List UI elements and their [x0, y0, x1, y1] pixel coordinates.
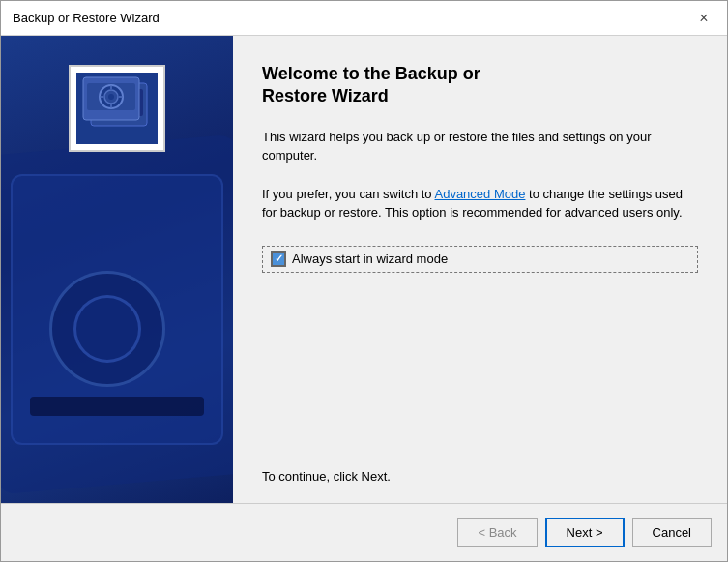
- back-button[interactable]: < Back: [457, 518, 537, 547]
- advanced-mode-link[interactable]: Advanced Mode: [434, 187, 525, 201]
- continue-text: To continue, click Next.: [262, 469, 698, 484]
- always-wizard-mode-checkbox-area[interactable]: ✓ Always start in wizard mode: [262, 246, 698, 273]
- footer: < Back Next > Cancel: [1, 503, 727, 561]
- content-area: Welcome to the Backup or Restore Wizard …: [1, 36, 727, 503]
- wizard-icon-inner: [76, 73, 158, 144]
- description-text: This wizard helps you back up or restore…: [262, 128, 698, 165]
- dialog-window: Backup or Restore Wizard ×: [0, 0, 728, 562]
- wizard-title: Welcome to the Backup or Restore Wizard: [262, 63, 698, 108]
- svg-point-9: [108, 94, 114, 100]
- advanced-section: If you prefer, you can switch to Advance…: [262, 185, 698, 222]
- tape-reel-inner: [73, 295, 141, 363]
- checkbox-checkmark: ✓: [275, 252, 283, 265]
- tape-slot: [30, 397, 204, 416]
- main-content: Welcome to the Backup or Restore Wizard …: [233, 36, 727, 503]
- tape-icon-svg: [79, 75, 155, 141]
- checkbox-label: Always start in wizard mode: [292, 251, 448, 266]
- next-button[interactable]: Next >: [545, 518, 625, 547]
- wizard-icon-box: [69, 65, 165, 152]
- sidebar: [1, 36, 233, 503]
- title-bar: Backup or Restore Wizard ×: [1, 1, 727, 36]
- always-wizard-checkbox[interactable]: ✓: [271, 251, 286, 267]
- window-title: Backup or Restore Wizard: [13, 11, 160, 25]
- cancel-button[interactable]: Cancel: [632, 518, 712, 547]
- close-button[interactable]: ×: [692, 7, 715, 30]
